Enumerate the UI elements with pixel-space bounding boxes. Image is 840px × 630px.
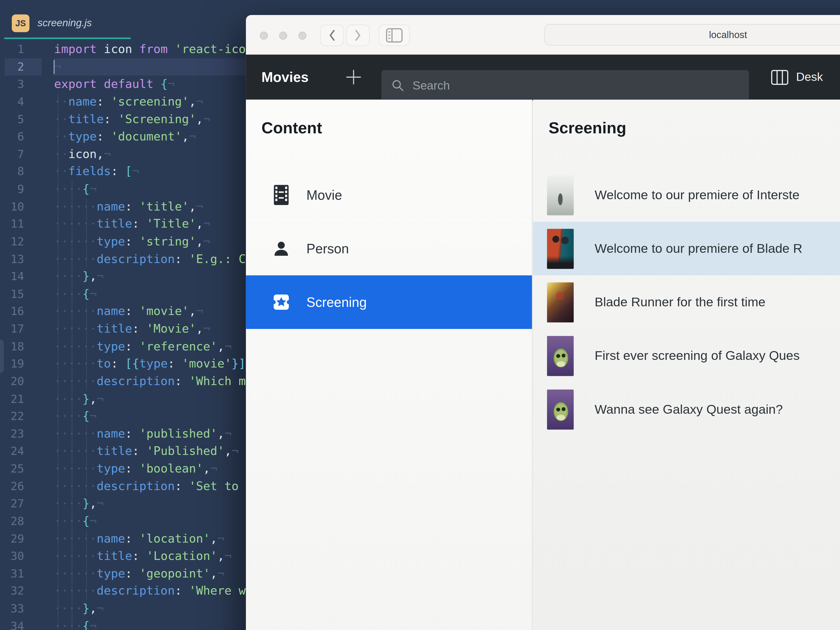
chevron-right-icon: [354, 29, 362, 41]
line-number: 8: [0, 163, 24, 181]
code-text: ······title: 'Location',¬: [54, 548, 232, 565]
line-number: 21: [0, 390, 24, 408]
document-title: Wanna see Galaxy Quest again?: [595, 382, 783, 436]
code-text: ······type: 'geopoint',¬: [54, 565, 224, 583]
content-pane: Content MoviePersonScreening: [246, 100, 533, 630]
poster-thumbnail-bladerunner: [547, 282, 574, 322]
sidebar-item-movie[interactable]: Movie: [246, 168, 532, 222]
desk-tool-button[interactable]: Desk: [771, 55, 823, 99]
code-text: ····},¬: [54, 495, 104, 513]
sidebar-item-person[interactable]: Person: [246, 222, 532, 275]
poster-thumbnail-galaxyquest: [547, 336, 574, 376]
line-number: 16: [0, 303, 24, 321]
line-number: 30: [0, 548, 24, 565]
search-bar[interactable]: [381, 70, 749, 101]
code-text: ······name: 'location',¬: [54, 530, 224, 548]
code-text: ····{¬: [54, 181, 96, 198]
chevron-left-icon: [328, 29, 336, 41]
active-tab-underline: [4, 38, 131, 39]
code-text: ··icon,¬: [54, 146, 111, 163]
person-icon: [272, 239, 291, 257]
document-list-item[interactable]: Welcome to our premiere of Interste: [533, 168, 840, 222]
code-text: ······name: 'title',¬: [54, 198, 203, 216]
document-title: Welcome to our premiere of Interste: [595, 168, 799, 222]
code-text: export default {¬: [54, 76, 175, 93]
studio-header: Movies Desk: [246, 55, 840, 99]
code-text: ··title: 'Screening',¬: [54, 111, 210, 128]
document-title: Welcome to our premiere of Blade R: [595, 222, 802, 275]
code-text: ······name: 'movie',¬: [54, 303, 203, 321]
address-bar[interactable]: localhost: [544, 24, 840, 46]
browser-chrome: localhost: [246, 15, 840, 55]
code-text: ····{¬: [54, 617, 96, 630]
line-number: 1: [0, 41, 24, 58]
line-number: 4: [0, 93, 24, 111]
code-text: ····{¬: [54, 285, 96, 303]
plus-icon: [346, 69, 362, 85]
line-number: 9: [0, 181, 24, 198]
line-number: 29: [0, 530, 24, 548]
line-number: 26: [0, 478, 24, 495]
document-list-pane: Screening Welcome to our premiere of Int…: [533, 100, 840, 630]
code-text: ······description: 'Where w: [54, 583, 246, 600]
window-minimize-button[interactable]: [279, 31, 287, 39]
document-title: Blade Runner for the first time: [595, 275, 766, 329]
code-text: ····},¬: [54, 600, 104, 618]
browser-window: localhost Movies: [246, 15, 840, 630]
workspace-title: Movies: [261, 55, 309, 99]
line-number: 18: [0, 338, 24, 355]
content-pane-title: Content: [246, 100, 532, 137]
code-text: ······type: 'boolean',¬: [54, 460, 217, 478]
line-number: 33: [0, 600, 24, 618]
code-text: ······description: 'Set to: [54, 478, 238, 495]
line-number: 23: [0, 425, 24, 443]
poster-thumbnail-br2049: [547, 228, 574, 268]
document-list-item[interactable]: Welcome to our premiere of Blade R: [533, 222, 840, 275]
line-number: 17: [0, 320, 24, 338]
line-number: 3: [0, 76, 24, 93]
sidebar-item-label: Person: [306, 241, 349, 256]
code-text: ····{¬: [54, 408, 96, 425]
code-text: ······name: 'published',¬: [54, 425, 232, 443]
line-number: 14: [0, 268, 24, 286]
sidebar-item-screening[interactable]: Screening: [246, 275, 532, 329]
line-number: 5: [0, 111, 24, 128]
editor-tab-screening-js[interactable]: JS screening.js: [4, 13, 131, 39]
code-text: ······type: 'string',¬: [54, 233, 210, 251]
line-number: 32: [0, 583, 24, 600]
code-text: ······description: 'Which m: [54, 373, 246, 390]
document-list-item[interactable]: First ever screening of Galaxy Ques: [533, 329, 840, 382]
code-text: ····{¬: [54, 513, 96, 530]
code-text: ··name: 'screening',¬: [54, 93, 203, 111]
search-input[interactable]: [411, 78, 714, 93]
code-text: import icon from 'react-ico: [54, 41, 246, 58]
create-document-button[interactable]: [346, 69, 362, 85]
sidebar-icon: [385, 28, 403, 43]
sidebar-toggle-button[interactable]: [379, 25, 410, 46]
line-number: 12: [0, 233, 24, 251]
document-title: First ever screening of Galaxy Ques: [595, 329, 800, 382]
window-close-button[interactable]: [260, 31, 268, 39]
line-number: 6: [0, 128, 24, 146]
search-icon: [392, 79, 404, 92]
line-number: 20: [0, 373, 24, 390]
line-number: 22: [0, 408, 24, 425]
tab-filename: screening.js: [38, 17, 92, 29]
forward-button[interactable]: [346, 25, 369, 46]
window-zoom-button[interactable]: [298, 31, 306, 39]
line-number: 34: [0, 617, 24, 630]
line-number: 7: [0, 146, 24, 163]
code-text: ······description: 'E.g.: C: [54, 250, 246, 268]
screen: JS screening.js 1import icon from 'react…: [0, 0, 840, 630]
url-text: localhost: [709, 29, 747, 40]
sidebar-item-label: Screening: [306, 294, 367, 310]
poster-thumbnail-galaxyquest: [547, 389, 574, 429]
code-text: ··fields: [¬: [54, 163, 139, 181]
code-text: ······to: [{type: 'movie'}]: [54, 355, 246, 373]
code-text: ······title: 'Title',¬: [54, 216, 210, 233]
line-number: 19: [0, 355, 24, 373]
document-list-item[interactable]: Blade Runner for the first time: [533, 275, 840, 329]
back-button[interactable]: [320, 25, 344, 46]
text-cursor: [54, 60, 55, 74]
document-list-item[interactable]: Wanna see Galaxy Quest again?: [533, 382, 840, 436]
